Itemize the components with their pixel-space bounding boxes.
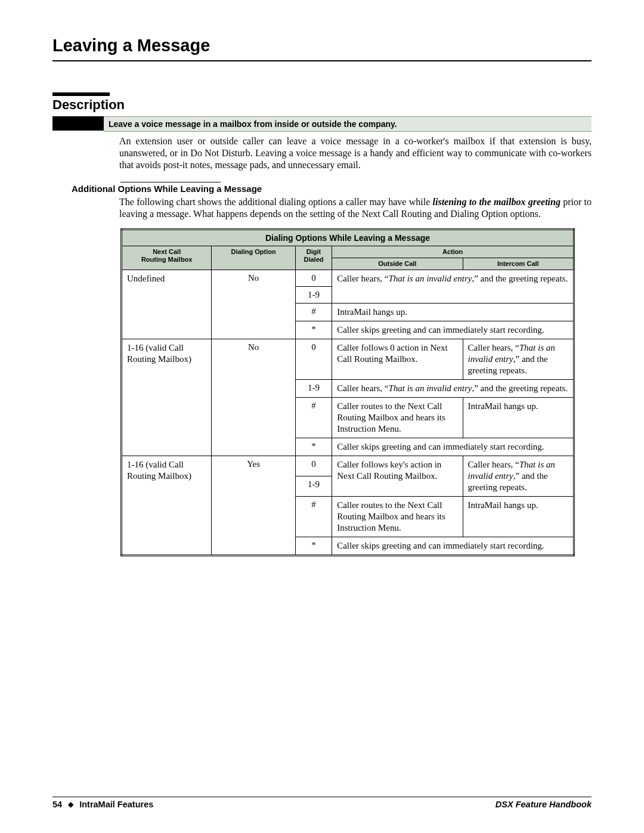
description-heading: Description	[52, 92, 110, 113]
cell-digit: 1-9	[295, 380, 332, 398]
cell-mailbox: 1-16 (valid Call Routing Mailbox)	[122, 456, 212, 556]
cell-digit: *	[295, 438, 332, 456]
table-title: Dialing Options While Leaving a Message	[122, 230, 574, 246]
cell-digit: *	[295, 321, 332, 339]
hdr-next-call-routing: Next Call Routing Mailbox	[122, 246, 212, 270]
subhead-rule	[120, 182, 221, 182]
cell-digit: 1-9	[295, 476, 332, 497]
cell-action: Caller skips greeting and can immediatel…	[332, 438, 574, 456]
page-number: 54	[52, 800, 62, 809]
page-title: Leaving a Message	[52, 36, 592, 55]
cell-mailbox: 1-16 (valid Call Routing Mailbox)	[122, 339, 212, 456]
table-row: 1-16 (valid Call Routing Mailbox) No 0 C…	[122, 339, 574, 380]
diamond-icon: ◆	[68, 800, 73, 809]
txt: Caller hears, “	[337, 383, 388, 393]
cell-action: Caller skips greeting and can immediatel…	[332, 537, 574, 556]
table-row: 1-16 (valid Call Routing Mailbox) Yes 0 …	[122, 456, 574, 476]
cell-action: IntraMail hangs up.	[332, 304, 574, 321]
cell-outside: Caller routes to the Next Call Routing M…	[332, 398, 463, 438]
hdr-action: Action	[332, 246, 574, 258]
txt-em: That is an invalid entry	[388, 274, 472, 283]
sub-text-pre: The following chart shows the additional…	[119, 197, 433, 207]
hdr-line: Dialed	[304, 256, 323, 263]
cell-digit: 1-9	[295, 287, 332, 304]
black-tab	[52, 116, 104, 131]
cell-option: No	[212, 270, 295, 339]
description-text: An extension user or outside caller can …	[119, 135, 592, 171]
cell-intercom: IntraMail hangs up.	[463, 497, 574, 537]
cell-outside: Caller follows 0 action in Next Call Rou…	[332, 339, 463, 380]
cell-digit: 0	[295, 270, 332, 287]
txt: Caller hears, “	[468, 343, 519, 352]
cell-outside: Caller follows key's action in Next Call…	[332, 456, 463, 497]
hdr-outside-call: Outside Call	[332, 258, 463, 270]
cell-intercom: Caller hears, “That is an invalid entry,…	[463, 456, 574, 497]
cell-digit: #	[295, 497, 332, 537]
title-rule	[52, 60, 592, 61]
hdr-line: Digit	[306, 248, 321, 255]
feature-summary-band: Leave a voice message in a mailbox from …	[104, 116, 592, 132]
sub-heading: Additional Options While Leaving a Messa…	[72, 184, 592, 194]
hdr-line: Next Call	[153, 248, 181, 255]
dialing-options-table: Dialing Options While Leaving a Message …	[120, 228, 575, 556]
cell-mailbox: Undefined	[122, 270, 212, 339]
cell-outside: Caller routes to the Next Call Routing M…	[332, 497, 463, 537]
txt: ,” and the greeting repeats.	[472, 274, 568, 283]
hdr-line: Routing Mailbox	[141, 256, 193, 263]
footer-section: IntraMail Features	[79, 800, 153, 809]
txt: Caller hears, “	[337, 274, 388, 283]
cell-digit: 0	[295, 456, 332, 476]
txt: Caller hears, “	[468, 460, 519, 469]
footer-book-title: DSX Feature Handbook	[496, 800, 592, 809]
cell-intercom: IntraMail hangs up.	[463, 398, 574, 438]
cell-digit: #	[295, 304, 332, 321]
cell-digit: *	[295, 537, 332, 556]
hdr-digit-dialed: Digit Dialed	[295, 246, 332, 270]
hdr-intercom-call: Intercom Call	[463, 258, 574, 270]
footer-left: 54 ◆ IntraMail Features	[52, 800, 153, 809]
sub-text: The following chart shows the additional…	[119, 196, 592, 220]
hdr-dialing-option: Dialing Option	[212, 246, 295, 270]
cell-digit: 0	[295, 339, 332, 380]
cell-option: Yes	[212, 456, 295, 556]
page-footer: 54 ◆ IntraMail Features DSX Feature Hand…	[52, 797, 592, 809]
cell-action: Caller skips greeting and can immediatel…	[332, 321, 574, 339]
cell-action: Caller hears, “That is an invalid entry,…	[332, 380, 574, 398]
sub-text-emph: listening to the mailbox greeting	[433, 197, 561, 207]
cell-intercom: Caller hears, “That is an invalid entry,…	[463, 339, 574, 380]
txt: ,” and the greeting repeats.	[472, 383, 568, 393]
cell-action: Caller hears, “That is an invalid entry,…	[332, 270, 574, 304]
txt-em: That is an invalid entry	[388, 383, 472, 393]
cell-option: No	[212, 339, 295, 456]
table-row: Undefined No 0 Caller hears, “That is an…	[122, 270, 574, 287]
cell-digit: #	[295, 398, 332, 438]
